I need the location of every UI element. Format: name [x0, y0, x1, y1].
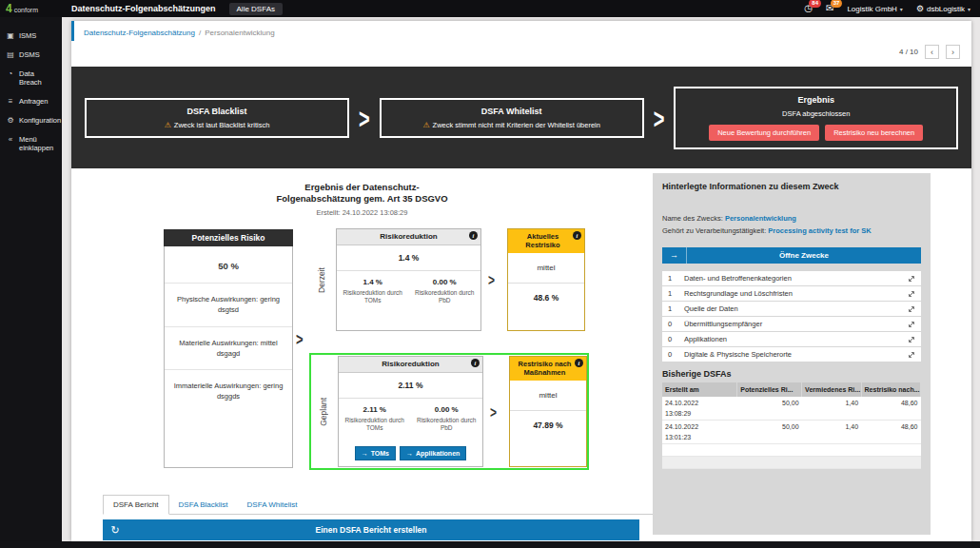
- topbar: 4 conform Datenschutz-Folgenabschätzunge…: [0, 0, 980, 17]
- category-row-storage-locations[interactable]: 0 Digitale & Physische Speicherorte: [662, 347, 921, 362]
- planned-residual-header: Restrisiko nach Maßnahmen: [519, 360, 572, 377]
- breadcrumb-parent-link[interactable]: Datenschutz-Folgenabschätzung: [84, 29, 195, 37]
- info-icon[interactable]: i: [471, 359, 480, 367]
- flow-arrow-icon: >: [488, 270, 495, 289]
- expand-icon[interactable]: [908, 275, 915, 283]
- category-count: 0: [668, 320, 684, 328]
- current-residual-level: mittel: [508, 253, 584, 284]
- current-risk-row: Derzeit Risikoreduktion i 1.4 % 1.4 % Ri…: [309, 227, 589, 332]
- history-date: 24.10.2022: [665, 423, 735, 430]
- applications-button[interactable]: → Applikationen: [400, 446, 466, 460]
- toms-reduction: 2.11 % Risikoreduktion durch TOMs: [339, 399, 411, 443]
- konfiguration-icon: ⚙: [6, 116, 15, 126]
- history-residual: 48,60: [861, 397, 920, 421]
- chevron-down-icon: ▾: [968, 6, 970, 12]
- impact-item: Immaterielle Auswirkungen: gering dsggds: [165, 369, 292, 413]
- planned-residual-value: 47.89 %: [510, 411, 586, 466]
- processing-activity-link[interactable]: Processing activity test for SK: [768, 226, 871, 235]
- dsms-icon: ▤: [6, 50, 15, 60]
- prev-page-button[interactable]: ‹: [925, 45, 939, 59]
- current-residual-risk-box: Aktuelles Restrisiko i mittel 48.6 %: [507, 228, 585, 331]
- topbar-actions: ◷ 84 ✉ 37 Logistik GmbH ▾ ⚙ dsbLogistik …: [804, 4, 980, 13]
- history-time: 13:08:29: [665, 410, 735, 417]
- open-purpose-button[interactable]: → Öffne Zwecke: [662, 247, 921, 264]
- result-buttons: Neue Bewertung durchführen Restrisiko ne…: [683, 125, 949, 141]
- planned-residual-level: mittel: [510, 381, 586, 411]
- history-residual: 48,60: [861, 421, 920, 444]
- whitelist-box: DSFA Whitelist ⚠Zweck stimmt nicht mit K…: [380, 98, 644, 138]
- category-row-data-categories[interactable]: 1 Daten- und Betroffenenkategorien: [662, 271, 921, 285]
- message-notification[interactable]: ✉ 37: [826, 4, 833, 13]
- isms-icon: ▣: [6, 31, 15, 41]
- planned-residual-risk-box: Restrisiko nach Maßnahmen i mittel 47.89…: [509, 356, 587, 467]
- planned-risk-reduction-box: Risikoreduktion i 2.11 % 2.11 % Risikore…: [338, 356, 483, 467]
- history-empty-row: [662, 444, 921, 457]
- impact-item: Physische Auswirkungen: gering dsgtsd: [165, 283, 292, 326]
- info-panel-title: Hinterlegte Informationen zu diesem Zwec…: [662, 182, 921, 191]
- sidebar-item-konfiguration[interactable]: ⚙ Konfiguration: [0, 111, 62, 130]
- tab-dsfa-whitelist[interactable]: DSFA Whitelist: [238, 496, 307, 514]
- chevron-down-icon: ▾: [900, 6, 903, 12]
- current-residual-header: Aktuelles Restrisiko: [525, 232, 559, 249]
- category-row-recipients[interactable]: 0 Übermittlungsempfänger: [662, 317, 921, 331]
- tab-dsfa-bericht[interactable]: DSFA Bericht: [103, 495, 169, 515]
- user-dropdown[interactable]: ⚙ dsbLogistik ▾: [916, 4, 970, 13]
- info-icon[interactable]: i: [469, 231, 478, 240]
- sidebar-item-anfragen[interactable]: ≡ Anfragen: [0, 92, 62, 111]
- toms-button[interactable]: → TOMs: [355, 446, 396, 460]
- new-assessment-button[interactable]: Neue Bewertung durchführen: [709, 125, 819, 141]
- clock-notification[interactable]: ◷ 84: [804, 4, 813, 13]
- activity-line: Gehört zu Verarbeitungstätigkeit: Proces…: [662, 226, 921, 235]
- tab-dsfa-blacklist[interactable]: DSFA Blacklist: [169, 496, 238, 514]
- col-potenzielles-risiko: Potenzielles Ri...: [737, 382, 802, 397]
- sidebar-item-collapse-menu[interactable]: « Menü einklappen: [0, 130, 62, 158]
- category-label: Applikationen: [684, 335, 908, 343]
- all-dsfas-button[interactable]: Alle DSFAs: [229, 3, 283, 15]
- next-page-button[interactable]: ›: [946, 45, 960, 59]
- current-residual-value: 48.6 %: [508, 284, 584, 330]
- category-count: 1: [668, 289, 684, 298]
- sidebar-item-data-breach[interactable]: ◔ Data Breach: [0, 65, 62, 92]
- history-potential: 50,00: [737, 421, 802, 444]
- expand-icon[interactable]: [908, 290, 915, 298]
- recalculate-residual-risk-button[interactable]: Restrisiko neu berechnen: [825, 125, 923, 141]
- sidebar-item-label: Anfragen: [19, 97, 48, 106]
- planned-row-label: Geplant: [311, 355, 336, 468]
- pbd-reduction: 0.00 % Risikoreduktion durch PbD: [409, 271, 481, 330]
- user-name: dsbLogistik: [927, 5, 965, 13]
- current-reduction-total: 1.4 %: [337, 245, 480, 271]
- purpose-info-panel: Hinterlegte Informationen zu diesem Zwec…: [653, 173, 931, 535]
- category-label: Digitale & Physische Speicherorte: [684, 350, 908, 359]
- reduction-header: Risikoreduktion: [382, 360, 439, 368]
- flow-arrow-icon: >: [651, 104, 668, 132]
- sidebar-item-label: ISMS: [19, 31, 36, 40]
- expand-icon[interactable]: [908, 321, 915, 328]
- expand-icon[interactable]: [908, 351, 915, 359]
- info-icon[interactable]: i: [575, 359, 583, 367]
- flow-arrow-icon: >: [356, 104, 373, 132]
- blacklist-box: DSFA Blacklist ⚠Zweck ist laut Blacklist…: [85, 98, 349, 138]
- toms-reduction: 1.4 % Risikoreduktion durch TOMs: [337, 271, 409, 330]
- breadcrumb-separator: /: [199, 29, 201, 37]
- sidebar-item-dsms[interactable]: ▤ DSMS: [0, 46, 62, 65]
- info-icon[interactable]: i: [573, 231, 581, 240]
- history-time: 13:01:23: [665, 434, 735, 440]
- pagination-label: 4 / 10: [899, 48, 918, 56]
- purpose-line: Name des Zwecks: Personalentwicklung: [662, 214, 921, 223]
- dsfa-status-banner: DSFA Blacklist ⚠Zweck ist laut Blacklist…: [71, 67, 971, 168]
- purpose-link[interactable]: Personalentwicklung: [725, 214, 796, 223]
- sidebar-item-isms[interactable]: ▣ ISMS: [0, 27, 62, 46]
- history-row: 24.10.2022 13:08:29 50,00 1,40 48,60: [662, 397, 921, 421]
- expand-icon[interactable]: [908, 336, 915, 343]
- category-count: 0: [668, 335, 684, 343]
- create-report-button[interactable]: ↻ Einen DSFA Bericht erstellen: [103, 519, 639, 540]
- category-row-applications[interactable]: 0 Applikationen: [662, 332, 921, 346]
- category-row-data-source[interactable]: 1 Quelle der Daten: [662, 302, 921, 316]
- organization-dropdown[interactable]: Logistik GmbH ▾: [847, 5, 902, 13]
- col-restrisiko: Restrisiko nach...: [861, 382, 920, 397]
- expand-icon[interactable]: [908, 305, 915, 313]
- category-row-legal-basis[interactable]: 1 Rechtsgrundlage und Löschfristen: [662, 286, 921, 301]
- current-row-label: Derzeit: [309, 227, 334, 332]
- current-risk-reduction-box: Risikoreduktion i 1.4 % 1.4 % Risikoredu…: [336, 228, 481, 331]
- message-badge: 37: [831, 0, 843, 8]
